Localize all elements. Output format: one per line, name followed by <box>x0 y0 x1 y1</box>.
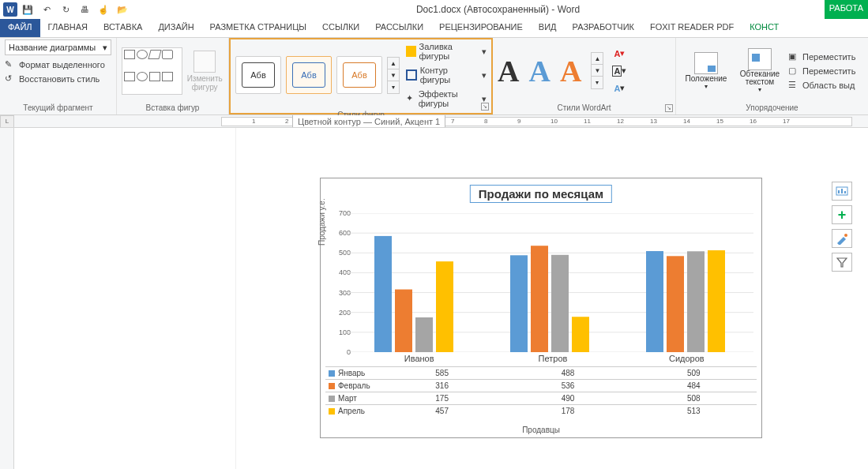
shapes-gallery[interactable] <box>122 47 182 95</box>
shape-style-1[interactable]: Абв <box>235 56 281 94</box>
svg-rect-10 <box>415 317 433 352</box>
gallery-down-icon[interactable]: ▼ <box>388 69 399 81</box>
vertical-ruler[interactable] <box>0 128 14 469</box>
open-icon[interactable]: 📂 <box>114 1 131 18</box>
svg-rect-16 <box>646 251 663 352</box>
tab-review[interactable]: РЕЦЕНЗИРОВАНИЕ <box>431 19 531 37</box>
tab-file[interactable]: ФАЙЛ <box>0 19 40 37</box>
chart-data-table: Январь585488509Февраль316536484Март17549… <box>325 366 757 417</box>
shape-fill-button[interactable]: Заливка фигуры▾ <box>406 41 487 62</box>
shape-outline-button[interactable]: Контур фигуры▾ <box>406 65 487 85</box>
chart-elements-icon[interactable]: + <box>832 205 852 224</box>
tab-view[interactable]: ВИД <box>531 19 565 37</box>
tab-references[interactable]: ССЫЛКИ <box>314 19 367 37</box>
shape-style-2[interactable]: Абв <box>286 56 332 94</box>
shape-oval-icon[interactable] <box>137 50 148 59</box>
send-backward-button[interactable]: ▢Переместить <box>788 65 855 77</box>
text-effects-icon[interactable]: A▾ <box>611 81 627 96</box>
tab-mailings[interactable]: РАССЫЛКИ <box>367 19 431 37</box>
change-shape-icon <box>194 51 216 73</box>
svg-rect-17 <box>667 256 684 352</box>
wordart-style-2[interactable]: A <box>528 54 550 88</box>
ribbon-tabs: ФАЙЛ ГЛАВНАЯ ВСТАВКА ДИЗАЙН РАЗМЕТКА СТР… <box>0 19 868 38</box>
gallery-up-icon[interactable]: ▲ <box>388 58 399 69</box>
shape-style-3[interactable]: Абв <box>336 56 382 94</box>
wordart-style-1[interactable]: A <box>498 54 519 88</box>
save-icon[interactable]: 💾 <box>19 1 36 18</box>
svg-rect-22 <box>841 189 843 193</box>
svg-rect-8 <box>374 236 392 352</box>
selpane-icon: ☰ <box>788 80 799 91</box>
reset-style-button[interactable]: ↺ Восстановить стиль <box>5 73 111 85</box>
gallery-more-icon[interactable]: ▾ <box>388 81 399 93</box>
position-button[interactable]: Положение▾ <box>681 52 731 90</box>
chart-object[interactable]: Продажи по месяцам Продажи у.е. 70060050… <box>320 178 762 438</box>
tab-home[interactable]: ГЛАВНАЯ <box>40 19 96 37</box>
horizontal-ruler[interactable]: L 1234567891011121314151617 Цветной конт… <box>0 115 868 128</box>
redo-icon[interactable]: ↻ <box>57 1 74 18</box>
outline-icon <box>406 69 417 81</box>
tab-pagelayout[interactable]: РАЗМЕТКА СТРАНИЦЫ <box>202 19 314 37</box>
tab-developer[interactable]: РАЗРАБОТЧИК <box>565 19 642 37</box>
svg-rect-13 <box>531 246 548 352</box>
contextual-tab-format[interactable]: РАБОТА <box>825 0 868 19</box>
shape-line-icon[interactable] <box>148 50 161 59</box>
tab-format-contextual[interactable]: КОНСТ <box>742 19 787 37</box>
fill-icon <box>406 46 416 57</box>
style-tooltip: Цветной контур — Синий, Акцент 1 <box>292 115 445 128</box>
format-selection-button[interactable]: ✎ Формат выделенного <box>5 58 111 71</box>
backward-icon: ▢ <box>788 66 799 77</box>
format-selection-icon: ✎ <box>5 59 16 70</box>
svg-rect-14 <box>551 255 569 352</box>
word-logo: W <box>3 2 17 17</box>
chart-ylabel: Продажи у.е. <box>318 198 326 246</box>
wordart-launcher-icon[interactable]: ↘ <box>665 104 673 112</box>
chart-element-dropdown[interactable]: Название диаграммы▾ <box>5 39 111 55</box>
shape-circle-icon[interactable] <box>137 72 148 81</box>
shape-rect-icon[interactable] <box>124 50 135 59</box>
wa-up-icon[interactable]: ▲ <box>592 53 603 65</box>
group-label-arrange: Упорядочение <box>681 102 863 114</box>
svg-rect-23 <box>844 191 846 193</box>
chart-xlabel: Продавцы <box>321 426 761 434</box>
shape-rect3-icon[interactable] <box>149 72 160 81</box>
effects-icon: ✦ <box>406 93 415 104</box>
shape-rect2-icon[interactable] <box>124 72 135 81</box>
change-shape-button[interactable]: Изменить фигуру <box>186 51 224 92</box>
shape-rect4-icon[interactable] <box>162 72 173 81</box>
touch-icon[interactable]: ☝ <box>95 1 112 18</box>
wrap-icon <box>748 48 772 70</box>
position-icon <box>694 52 718 74</box>
wordart-style-3[interactable]: A <box>560 54 581 88</box>
text-fill-icon[interactable]: A▾ <box>611 47 627 61</box>
wa-more-icon[interactable]: ▾ <box>592 77 603 88</box>
wa-down-icon[interactable]: ▼ <box>592 65 603 77</box>
window-title: Doc1.docx (Автосохраненный) - Word <box>131 4 865 15</box>
undo-icon[interactable]: ↶ <box>38 1 55 18</box>
svg-rect-12 <box>510 255 528 352</box>
selection-pane-button[interactable]: ☰Область выд <box>788 79 855 92</box>
chart-title[interactable]: Продажи по месяцам <box>470 185 612 203</box>
chart-plot <box>346 213 753 352</box>
chart-layout-icon[interactable] <box>832 182 852 201</box>
text-outline-icon[interactable]: A▾ <box>611 64 627 78</box>
quickprint-icon[interactable]: 🖶 <box>76 1 93 18</box>
chart-filter-icon[interactable] <box>832 253 852 272</box>
wordart-gallery[interactable]: A A A ▲ ▼ ▾ <box>498 52 603 89</box>
shape-roundrect-icon[interactable] <box>162 50 173 59</box>
chart-styles-icon[interactable] <box>832 229 852 248</box>
chart-xaxis: ИвановПетровСидоров <box>352 354 753 363</box>
svg-rect-9 <box>395 290 412 352</box>
shapestyles-launcher-icon[interactable]: ↘ <box>481 103 489 111</box>
ruler-corner[interactable]: L <box>0 115 14 128</box>
tab-insert[interactable]: ВСТАВКА <box>96 19 150 37</box>
tab-foxit[interactable]: FOXIT READER PDF <box>642 19 742 37</box>
bring-forward-button[interactable]: ▣Переместить <box>788 51 855 63</box>
tab-design[interactable]: ДИЗАЙН <box>150 19 201 37</box>
svg-rect-15 <box>572 317 589 352</box>
textwrap-button[interactable]: Обтекание текстом▾ <box>735 48 785 93</box>
chart-element-value: Название диаграммы <box>9 43 103 52</box>
shape-effects-button[interactable]: ✦Эффекты фигуры▾ <box>406 88 487 109</box>
svg-rect-11 <box>436 261 453 352</box>
svg-point-24 <box>844 234 847 237</box>
